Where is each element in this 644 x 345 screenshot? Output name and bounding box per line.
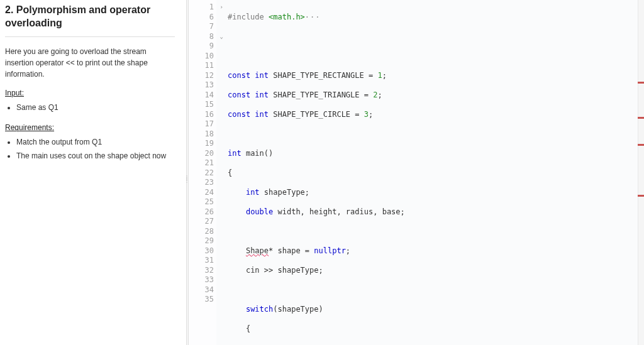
line-number: 14 [189, 90, 216, 101]
requirements-list: Match the output from Q1 The main uses c… [16, 136, 175, 163]
line-number: 24 [189, 188, 216, 198]
line-number: 32 [189, 266, 216, 276]
line-number: 31 [189, 256, 216, 266]
line-number: 10 [189, 52, 216, 62]
chevron-right-icon[interactable]: › [220, 3, 223, 13]
line-number: 21 [189, 158, 216, 168]
list-item: The main uses cout on the shape object n… [16, 150, 175, 163]
error-marker[interactable] [638, 144, 644, 146]
divider [5, 36, 175, 37]
line-number: 1› [189, 3, 216, 13]
code-area[interactable]: #include <math.h>··· const int SHAPE_TYP… [216, 0, 638, 345]
intro-text: Here you are going to overload the strea… [5, 46, 175, 80]
chevron-down-icon[interactable]: ⌄ [220, 32, 223, 42]
line-number: 20 [189, 149, 216, 159]
line-number: 23 [189, 178, 216, 188]
line-number: 22 [189, 168, 216, 178]
line-number: 7 [189, 22, 216, 32]
code-editor[interactable]: 1› 6 7 8⌄ 9 10 11 12 13 14 15 16 17 18 1… [189, 0, 644, 345]
input-label: Input: [5, 89, 175, 97]
line-number: 12 [189, 71, 216, 81]
instructions-panel: 2. Polymorphism and operator overloading… [0, 0, 186, 345]
line-number: 13 [189, 80, 216, 90]
line-number: 11 [189, 61, 216, 71]
line-number: 18 [189, 129, 216, 140]
line-number: 27 [189, 217, 216, 227]
list-item: Match the output from Q1 [16, 136, 175, 150]
line-number: 30 [189, 246, 216, 256]
list-item: Same as Q1 [16, 101, 175, 115]
error-marker[interactable] [638, 117, 644, 119]
line-number: 33 [189, 275, 216, 285]
requirements-label: Requirements: [5, 123, 175, 132]
line-number: 17 [189, 119, 216, 129]
line-gutter: 1› 6 7 8⌄ 9 10 11 12 13 14 15 16 17 18 1… [189, 0, 216, 345]
line-number: 25 [189, 197, 216, 207]
line-number: 29 [189, 236, 216, 246]
page-title: 2. Polymorphism and operator overloading [5, 4, 175, 30]
line-number: 15 [189, 100, 216, 110]
input-list: Same as Q1 [16, 101, 175, 115]
line-number: 35 [189, 295, 216, 305]
line-number: 28 [189, 227, 216, 237]
line-number: 34 [189, 285, 216, 295]
error-marker[interactable] [638, 82, 644, 84]
scrollbar[interactable] [638, 0, 644, 345]
error-marker[interactable] [638, 195, 644, 197]
line-number: 19 [189, 139, 216, 149]
line-number: 26 [189, 207, 216, 217]
line-number: 8⌄ [189, 32, 216, 42]
line-number: 6 [189, 13, 216, 23]
line-number: 9 [189, 41, 216, 52]
line-number: 16 [189, 110, 216, 120]
